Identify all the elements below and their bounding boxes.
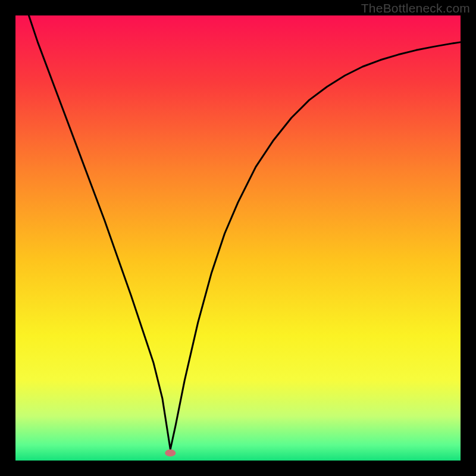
- chart-background: [15, 15, 461, 461]
- watermark-text: TheBottleneck.com: [361, 1, 470, 15]
- chart-frame: [461, 0, 476, 476]
- chart-container: TheBottleneck.com: [0, 0, 476, 476]
- optimum-marker: [165, 449, 176, 456]
- bottleneck-chart: [0, 0, 476, 476]
- chart-frame: [0, 0, 15, 476]
- chart-frame: [0, 461, 476, 476]
